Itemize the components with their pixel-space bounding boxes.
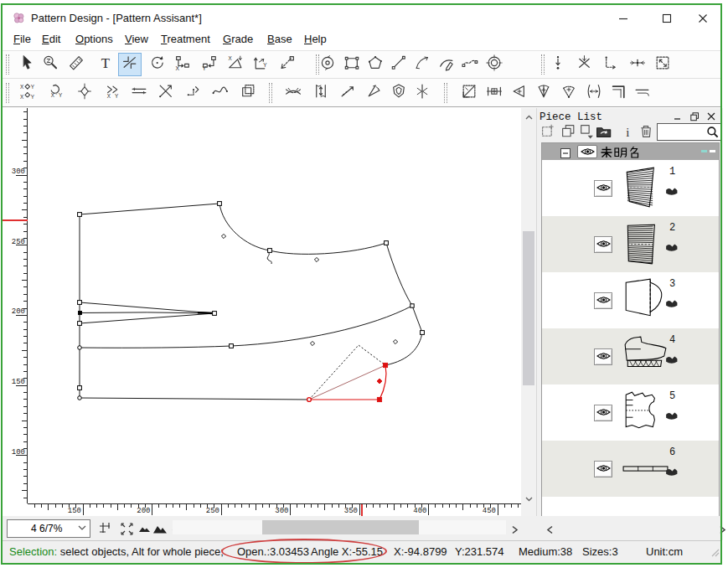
canvas-horizontal-scrollbar[interactable] [173, 520, 506, 534]
menu-file[interactable]: File [13, 33, 31, 45]
piece-row[interactable]: 2 [542, 216, 719, 272]
delete-button[interactable] [638, 126, 653, 140]
piece-visibility-toggle[interactable] [594, 461, 612, 477]
tool-hem-curve-button[interactable] [631, 81, 654, 105]
menu-edit[interactable]: Edit [42, 33, 60, 45]
hscroll-right-icon[interactable] [506, 521, 523, 538]
tool-dart-transfer-button[interactable] [362, 81, 385, 105]
menu-treatment[interactable]: Treatment [161, 33, 210, 45]
tool-corner-step-button[interactable] [600, 53, 623, 76]
tool-move-point-x-button[interactable]: X [171, 53, 194, 76]
drawing-canvas[interactable] [28, 108, 521, 503]
horizontal-scroll-thumb[interactable] [262, 520, 419, 534]
piece-row[interactable]: 3 [542, 272, 719, 328]
tool-wave-curve-button[interactable] [209, 81, 232, 105]
zoom-dropdown-icon[interactable] [78, 524, 86, 533]
menu-view[interactable]: View [125, 33, 148, 45]
zoom-combo[interactable]: 4 6/7% [7, 519, 90, 538]
piece-row[interactable]: 1 [542, 160, 719, 216]
tool-mirror-piece-button[interactable] [457, 81, 481, 105]
tool-stretch-frame-button[interactable] [276, 53, 299, 76]
tool-stretch-points-button[interactable]: Y [249, 53, 272, 76]
info-button[interactable]: i [621, 126, 636, 140]
tool-zoom-button[interactable] [39, 53, 62, 76]
piece-row[interactable]: 4 [542, 328, 719, 384]
tool-rectangle-button[interactable] [340, 53, 364, 76]
tool-pleat-measure-button[interactable] [309, 81, 333, 105]
new-piece-button[interactable] [541, 126, 556, 140]
panel-scroll-left-icon[interactable] [541, 521, 558, 538]
tool-skew-angle-button[interactable]: X [224, 53, 247, 76]
scroll-up-icon[interactable] [525, 110, 533, 125]
tool-frame-arrows-button[interactable] [651, 53, 674, 76]
piece-visibility-toggle[interactable] [594, 348, 612, 365]
tool-seam-allowance-button[interactable] [281, 81, 305, 105]
piece-visibility-toggle[interactable] [594, 236, 612, 253]
menu-options[interactable]: Options [75, 33, 113, 45]
copy-piece-button[interactable] [561, 126, 576, 140]
tool-fan-pleat-button[interactable] [532, 81, 555, 105]
tool-corner-ruler-button[interactable] [607, 81, 631, 105]
tool-cross-point-button[interactable] [573, 53, 596, 76]
guide-dotted-lines[interactable] [309, 345, 385, 400]
tool-arrows-xy-button[interactable]: XY [101, 81, 125, 105]
group-eye-icon[interactable] [577, 145, 597, 158]
search-box[interactable] [657, 123, 721, 141]
search-input[interactable] [659, 126, 706, 138]
piece-row[interactable]: 5 [542, 384, 719, 441]
tool-concentric-target-button[interactable] [483, 53, 506, 76]
tool-width-measure-button[interactable] [483, 81, 506, 105]
tool-shield-piece-button[interactable] [387, 81, 410, 105]
tool-bow-arrows-button[interactable] [582, 81, 606, 105]
tool-parallel-lines-button[interactable] [127, 81, 151, 105]
tool-spline-points-button[interactable] [458, 53, 482, 76]
tool-fan-pleat-dotted-button[interactable] [557, 81, 581, 105]
tool-axis-point-button[interactable] [626, 53, 649, 76]
piece-visibility-toggle[interactable] [594, 292, 612, 309]
tool-cross-arrow-button[interactable] [154, 81, 178, 105]
tool-rotate-angle-button[interactable]: XY [45, 81, 69, 105]
menu-grade[interactable]: Grade [223, 33, 253, 45]
tool-select-button[interactable] [16, 53, 39, 76]
fit-view-icon[interactable] [118, 520, 135, 537]
show-small-pieces-icon[interactable] [137, 520, 153, 537]
construction-line[interactable] [309, 365, 385, 400]
tool-polygon-button[interactable] [364, 53, 387, 76]
piece-visibility-toggle[interactable] [594, 405, 612, 421]
show-all-pieces-icon[interactable] [152, 520, 168, 537]
vertical-scroll-thumb[interactable] [523, 231, 534, 385]
piece-visibility-toggle[interactable] [594, 180, 612, 197]
panel-close-button[interactable] [705, 111, 718, 122]
tool-cut-diagonal-button[interactable] [336, 81, 359, 105]
tool-mirror-xy-button[interactable]: XYXY [16, 81, 39, 105]
piece-row[interactable]: 6 [542, 441, 719, 497]
tool-line-button[interactable] [387, 53, 410, 76]
tool-notch-arrows-button[interactable] [410, 81, 434, 105]
tool-text-button[interactable]: T [94, 53, 117, 76]
minimize-button[interactable] [611, 10, 636, 27]
panel-scroll-right-icon[interactable] [714, 521, 728, 538]
tool-rotate-button[interactable] [146, 53, 169, 76]
tool-move-point-y-button[interactable]: Y [198, 53, 221, 76]
panel-restore-button[interactable] [688, 111, 701, 122]
panel-minimize-button[interactable] [671, 111, 684, 122]
tool-dart-left-button[interactable] [507, 81, 530, 105]
tool-circle-point-button[interactable] [316, 53, 339, 76]
tool-line-cross-button[interactable] [118, 53, 142, 76]
tool-explode-points-button[interactable] [73, 81, 96, 105]
tool-rect-offset-button[interactable] [236, 81, 260, 105]
tool-drop-point-button[interactable] [546, 53, 570, 76]
tool-measure-ruler-button[interactable] [65, 53, 88, 76]
maximize-button[interactable] [654, 10, 679, 27]
scroll-down-icon[interactable] [525, 491, 533, 506]
tool-curve-button[interactable] [410, 53, 434, 76]
pattern-outline[interactable] [80, 204, 422, 400]
menu-help[interactable]: Help [304, 33, 327, 45]
frame-tool-icon[interactable] [97, 520, 114, 537]
close-button[interactable] [690, 10, 715, 27]
canvas-vertical-scrollbar[interactable] [521, 108, 536, 516]
panel-horizontal-scrollbar[interactable] [536, 516, 723, 540]
tool-corner-offset-button[interactable] [182, 81, 205, 105]
tool-pen-curve-button[interactable] [435, 53, 458, 76]
piece-group-header[interactable] [542, 143, 719, 160]
